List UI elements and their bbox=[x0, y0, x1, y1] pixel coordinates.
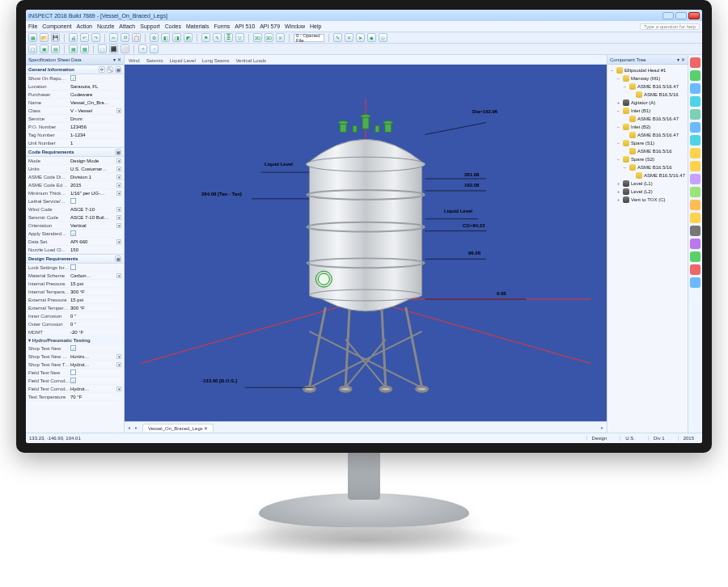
palette-icon-3[interactable] bbox=[690, 83, 700, 94]
grid-icon[interactable]: ▦ bbox=[69, 44, 78, 53]
plus-icon[interactable]: ＋ bbox=[138, 44, 147, 53]
axis-icon[interactable]: ⤧ bbox=[276, 33, 285, 42]
paste-icon[interactable]: 📋 bbox=[132, 33, 141, 42]
dropdown-icon[interactable]: ▾ bbox=[116, 362, 121, 367]
tree-twisty-icon[interactable]: + bbox=[616, 100, 621, 105]
palette-icon-11[interactable] bbox=[690, 187, 700, 197]
prop-value[interactable]: API 660 bbox=[70, 239, 116, 244]
section-code[interactable]: Code Requirements ▤ bbox=[26, 147, 124, 157]
design-subsection[interactable]: ▾ Hydro/Pneumatic Testing bbox=[26, 336, 124, 344]
tree-item[interactable]: ASME B16.5/16.47 bbox=[609, 115, 686, 123]
tab-seismic[interactable]: Seismic bbox=[146, 57, 163, 64]
tool2-icon[interactable]: ◧ bbox=[161, 33, 170, 42]
misc2-icon[interactable]: ◇ bbox=[379, 33, 387, 42]
palette-icon-13[interactable] bbox=[690, 213, 700, 223]
prop-value[interactable]: 1/16" per UG-… bbox=[70, 191, 116, 196]
prop-value[interactable]: Drum bbox=[70, 116, 121, 121]
palette-icon-15[interactable] bbox=[690, 239, 700, 249]
collapse2-icon[interactable]: ▤ bbox=[115, 149, 121, 155]
menu-nozzle[interactable]: Nozzle bbox=[97, 23, 114, 29]
prop-value[interactable]: Sarasota, FL bbox=[70, 84, 121, 89]
window-close-button[interactable] bbox=[688, 12, 700, 19]
tree-twisty-icon[interactable]: − bbox=[622, 165, 628, 170]
dropdown-icon[interactable]: ▾ bbox=[116, 354, 121, 359]
palette-icon-17[interactable] bbox=[690, 264, 700, 275]
tree-item[interactable]: +Vent to TOX (C) bbox=[609, 196, 686, 204]
prop-value[interactable]: ✓ bbox=[70, 378, 121, 383]
tree-item[interactable]: ASME B16.5/16 bbox=[609, 147, 686, 155]
menu-forms[interactable]: Forms bbox=[214, 23, 230, 29]
menu-codes[interactable]: Codes bbox=[165, 23, 181, 29]
checkbox[interactable] bbox=[70, 198, 76, 204]
prop-value[interactable]: U.S. Customar… bbox=[70, 167, 116, 171]
dropdown-icon[interactable]: ▾ bbox=[116, 108, 121, 113]
dropdown-icon[interactable]: ▾ bbox=[116, 223, 121, 228]
prop-value[interactable]: Carbon… bbox=[70, 273, 116, 278]
refresh-icon[interactable]: ⟳ bbox=[99, 66, 105, 73]
checkbox[interactable]: ✓ bbox=[70, 345, 76, 351]
tree-item[interactable]: −Spare (S2) bbox=[609, 155, 686, 163]
tab-vertical-loads[interactable]: Vertical Loads bbox=[235, 57, 266, 64]
tree-twisty-icon[interactable]: − bbox=[616, 157, 621, 162]
checkbox[interactable] bbox=[70, 370, 76, 375]
ax3-icon[interactable]: ⬜ bbox=[121, 44, 129, 53]
prop-value[interactable]: 1 bbox=[70, 141, 121, 146]
checkbox[interactable]: ✓ bbox=[70, 75, 76, 81]
doc-tab-vessel[interactable]: Vessel_On_Braced_Legs ✕ bbox=[142, 424, 214, 432]
dropdown-icon[interactable]: ▾ bbox=[116, 273, 121, 278]
prop-value[interactable]: ✓ bbox=[70, 75, 121, 81]
palette-icon-6[interactable] bbox=[690, 122, 700, 133]
palette-icon-1[interactable] bbox=[690, 57, 700, 68]
menu-help[interactable]: Help bbox=[310, 23, 321, 29]
menu-component[interactable]: Component bbox=[42, 23, 71, 29]
menu-api510[interactable]: API 510 bbox=[235, 23, 255, 29]
palette-icon-9[interactable] bbox=[690, 161, 700, 171]
status-design[interactable]: Design bbox=[586, 436, 612, 441]
box3-icon[interactable]: ▤ bbox=[51, 44, 60, 53]
palette-icon-14[interactable] bbox=[690, 226, 700, 236]
help-search-input[interactable]: Type a question for help bbox=[640, 23, 700, 30]
tree-item[interactable]: −Inlet (B2) bbox=[609, 123, 686, 131]
tool4-icon[interactable]: ◩ bbox=[184, 33, 193, 42]
status-year[interactable]: 2015 bbox=[678, 436, 699, 441]
tab-next-icon[interactable]: ▸ bbox=[135, 424, 138, 430]
pin2-icon[interactable]: ▾ ✕ bbox=[672, 57, 685, 62]
tree-item[interactable]: +Level (L2) bbox=[609, 188, 686, 196]
palette-icon-18[interactable] bbox=[690, 277, 700, 288]
prop-value[interactable]: 15 psi bbox=[70, 281, 121, 286]
prop-value[interactable]: Codeware bbox=[70, 92, 121, 97]
menu-action[interactable]: Action bbox=[76, 23, 91, 29]
prop-value[interactable]: 300 °F bbox=[70, 306, 121, 310]
prop-value[interactable]: 2015 bbox=[70, 183, 116, 188]
save-icon[interactable]: 💾 bbox=[51, 33, 60, 42]
tree-item[interactable]: ASME B16.5/16.47 bbox=[609, 131, 686, 139]
palette-icon-4[interactable] bbox=[690, 96, 700, 107]
dropdown-icon[interactable]: ▾ bbox=[116, 167, 121, 171]
collapse-icon[interactable]: ▤ bbox=[115, 66, 121, 73]
prop-value[interactable]: ASCE 7-10 Buil… bbox=[70, 215, 116, 220]
tree-twisty-icon[interactable]: + bbox=[616, 189, 621, 194]
component-tree[interactable]: −Ellipsoidal Head #1−Manway (M1)−ASME B1… bbox=[607, 65, 688, 433]
palette-icon-2[interactable] bbox=[690, 70, 700, 81]
tree-twisty-icon[interactable]: − bbox=[616, 125, 621, 129]
layers-icon[interactable]: ≣ bbox=[224, 33, 233, 42]
dropdown-icon[interactable]: ▾ bbox=[116, 215, 121, 220]
3d-viewport[interactable]: Dia=162.96 Liquid Level 281.08 192.08 Li… bbox=[125, 65, 607, 421]
prop-value[interactable]: 70 °F bbox=[70, 395, 121, 399]
view3d2-icon[interactable]: 3D bbox=[265, 33, 273, 42]
box2-icon[interactable]: ▣ bbox=[40, 44, 49, 53]
filter-icon[interactable]: ▽ bbox=[235, 33, 244, 42]
status-div[interactable]: Div 1 bbox=[648, 436, 670, 441]
palette-icon-12[interactable] bbox=[690, 200, 700, 210]
prop-value[interactable] bbox=[70, 370, 121, 375]
window-minimize-button[interactable] bbox=[662, 12, 674, 19]
dropdown-icon[interactable]: ▾ bbox=[116, 386, 121, 391]
dropdown-icon[interactable]: ▾ bbox=[116, 207, 121, 212]
tree-item[interactable]: −Manway (M1) bbox=[609, 74, 686, 82]
tree-item[interactable]: +Level (L1) bbox=[609, 179, 686, 188]
dropdown-icon[interactable]: ▾ bbox=[116, 175, 121, 179]
menu-file[interactable]: File bbox=[28, 23, 37, 29]
status-units[interactable]: U.S. bbox=[620, 436, 640, 441]
grid2-icon[interactable]: ▩ bbox=[80, 44, 89, 53]
search-icon[interactable]: 🔍 bbox=[107, 66, 113, 73]
